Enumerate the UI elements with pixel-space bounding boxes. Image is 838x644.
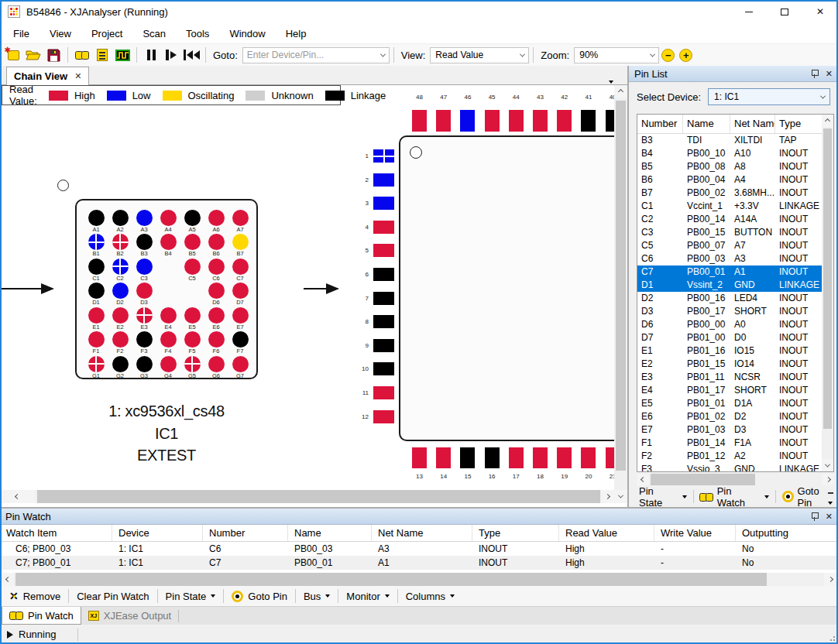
column-header[interactable]: Read Value (559, 525, 654, 541)
pin-list-row[interactable]: E1PB01_16IO15INOUT (637, 344, 822, 358)
vscroll-thumb[interactable] (616, 101, 626, 471)
zoom-in-button[interactable]: + (679, 49, 692, 62)
menu-item-scan[interactable]: Scan (132, 25, 176, 43)
qfp-pin-43[interactable] (533, 110, 548, 132)
qfp-pin-19[interactable] (557, 447, 572, 468)
dock-pin-icon[interactable] (810, 512, 819, 522)
column-header[interactable]: Outputting (736, 525, 838, 541)
qfp-pin-16[interactable] (485, 447, 500, 468)
pin-watch-row[interactable]: C7; PB00_011: IC1C7PB00_01A1INOUTHigh-No (0, 556, 838, 570)
horizontal-splitter[interactable] (0, 507, 838, 509)
waveform-viewer-icon[interactable] (114, 46, 131, 63)
qfp-pin-46[interactable] (460, 110, 475, 132)
chain-vscrollbar[interactable] (614, 85, 627, 503)
pin-list-row[interactable]: D6PB00_00A0INOUT (637, 318, 822, 331)
qfp-pin-2[interactable] (373, 173, 394, 187)
column-header[interactable]: Number (203, 525, 288, 541)
scroll-right-arrow[interactable] (601, 490, 614, 503)
pin-list-row[interactable]: E6PB01_02D2INOUT (637, 410, 822, 423)
chevron-down-icon[interactable] (377, 48, 389, 63)
columns-button[interactable]: Columns (401, 591, 459, 602)
qfp-pin-10[interactable] (373, 362, 394, 375)
pin-list-row[interactable]: B3TDIXILTDITAP (637, 134, 822, 147)
qfp-pin-6[interactable] (373, 268, 394, 281)
pin-list-row[interactable]: F3Vssio_3GNDLINKAGE (637, 463, 822, 471)
qfp-pin-7[interactable] (373, 292, 394, 305)
pin-list-row[interactable]: D2PB00_16LED4INOUT (637, 292, 822, 305)
qfp-pin-13[interactable] (412, 447, 427, 468)
menu-item-window[interactable]: Window (219, 25, 275, 43)
qfp-pin-15[interactable] (460, 447, 475, 468)
clear-pin-watch-button[interactable]: Clear Pin Watch (72, 591, 153, 602)
minimize-button[interactable] (731, 0, 767, 23)
scroll-right-arrow[interactable] (824, 573, 836, 586)
chain-hscrollbar[interactable] (0, 490, 614, 503)
toolbar-overflow-button[interactable] (826, 492, 835, 507)
pinlist-hscrollbar[interactable] (637, 474, 834, 485)
pinlist-vscrollbar[interactable] (822, 115, 833, 471)
qfp-pin-45[interactable] (485, 110, 500, 132)
pin-list-row[interactable]: B6PB00_04A4INOUT (637, 173, 822, 187)
bus-button[interactable]: Bus (299, 591, 335, 602)
pin-list-row[interactable]: E4PB01_17SHORTINOUT (637, 384, 822, 397)
pin-list-row[interactable]: D7PB01_00D0INOUT (637, 331, 822, 344)
tab-xjease-output[interactable]: XJ XJEase Output (81, 607, 178, 625)
menu-item-file[interactable]: File (3, 25, 39, 43)
pin-list-row[interactable]: C2PB00_14A14AINOUT (637, 213, 822, 226)
qfp-pin-47[interactable] (436, 110, 451, 132)
qfp-pin-8[interactable] (373, 315, 394, 328)
new-project-icon[interactable] (5, 46, 22, 63)
view-combo[interactable]: Read Value (430, 47, 529, 63)
pin-list-row[interactable]: B7PB00_023.68MH...INOUT (637, 187, 822, 200)
netlist-icon[interactable] (94, 46, 111, 63)
close-panel-icon[interactable]: ✕ (826, 512, 833, 522)
open-project-icon[interactable] (25, 46, 42, 63)
pin-state-button[interactable]: Pin State (161, 591, 221, 602)
goto-combo[interactable] (242, 47, 390, 63)
step-icon[interactable] (163, 46, 180, 63)
maximize-button[interactable] (767, 0, 802, 23)
pin-list-row[interactable]: C5PB00_07A7INOUT (637, 239, 822, 252)
chevron-down-icon[interactable] (646, 48, 658, 63)
qfp-pin-42[interactable] (557, 110, 572, 132)
hscroll-thumb[interactable] (15, 573, 767, 586)
pin-list-row[interactable]: E3PB01_11NCSRINOUT (637, 371, 822, 384)
qfp-pin-5[interactable] (373, 244, 394, 257)
close-button[interactable]: ✕ (802, 0, 838, 23)
qfp-pin-48[interactable] (412, 110, 427, 132)
pin-watch-row[interactable]: C6; PB00_031: IC1C6PB00_03A3INOUTHigh-No (0, 542, 838, 556)
pin-list-row[interactable]: B5PB00_08A8INOUT (637, 160, 822, 173)
qfp-pin-9[interactable] (373, 339, 394, 352)
column-header[interactable]: Name (683, 115, 730, 133)
scroll-left-arrow[interactable] (0, 490, 35, 503)
scroll-left-arrow[interactable] (2, 573, 14, 586)
pin-list-row[interactable]: F1PB01_14F1AINOUT (637, 437, 822, 450)
close-tab-icon[interactable]: ✕ (74, 71, 81, 81)
tab-chain-view[interactable]: Chain View ✕ (6, 67, 89, 85)
save-icon[interactable] (45, 46, 62, 63)
qfp-pin-12[interactable] (373, 410, 394, 423)
vscroll-thumb[interactable] (823, 128, 832, 429)
chain-view-canvas[interactable]: Read Value: HighLowOscillatingUnknownLin… (0, 85, 627, 503)
hscroll-thumb[interactable] (37, 490, 600, 503)
pin-list-row[interactable]: D3PB00_17SHORTINOUT (637, 305, 822, 318)
pinwatch-hscrollbar[interactable] (0, 573, 838, 586)
resize-grip[interactable] (827, 633, 835, 641)
pin-state-button[interactable]: Pin State (636, 485, 690, 509)
column-header[interactable]: Net Name (372, 525, 472, 541)
pin-list-row[interactable]: C6PB00_03A3INOUT (637, 252, 822, 265)
pin-list-row[interactable]: B4PB00_10A10INOUT (637, 147, 822, 160)
scroll-up-arrow[interactable] (614, 85, 627, 98)
pause-icon[interactable] (143, 46, 160, 63)
tab-pin-watch[interactable]: Pin Watch (2, 607, 81, 625)
pin-list-row[interactable]: F2PB01_12A2INOUT (637, 450, 822, 463)
menu-item-help[interactable]: Help (276, 25, 317, 43)
goto-input[interactable] (243, 50, 377, 60)
pin-list-row[interactable]: D1Vssint_2GNDLINKAGE (637, 279, 822, 292)
goto-pin-button[interactable]: Goto Pin (227, 591, 292, 602)
vertical-splitter[interactable] (627, 66, 629, 507)
qfp-pin-17[interactable] (509, 447, 524, 468)
pin-list-row[interactable]: C1Vccint_1+3.3VLINKAGE (637, 200, 822, 213)
pin-list-row[interactable]: E5PB01_01D1AINOUT (637, 397, 822, 410)
scroll-right-arrow[interactable] (822, 474, 834, 485)
